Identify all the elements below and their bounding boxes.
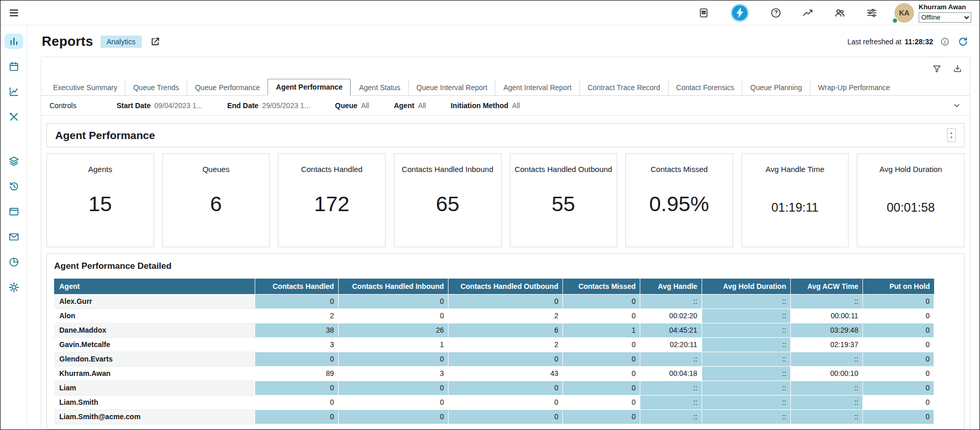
kpi-label: Queues: [163, 165, 270, 174]
metric-cell: 0: [449, 395, 563, 409]
agent-name-cell: Alon: [54, 308, 255, 323]
users-icon[interactable]: [834, 7, 846, 19]
tab-queue-planning[interactable]: Queue Planning: [742, 80, 809, 95]
metric-cell: 0: [562, 381, 640, 395]
metric-cell: 00:00:10: [790, 366, 862, 381]
sidebar-item-realtime-metrics[interactable]: [5, 84, 23, 99]
table-row: Alex.Gurr0000::::::0: [54, 294, 934, 308]
metric-cell: 89: [255, 366, 338, 381]
metric-cell: 0: [255, 352, 338, 366]
column-header[interactable]: Contacts Missed: [562, 279, 640, 294]
column-header[interactable]: Avg Hold Duration: [702, 279, 790, 294]
column-header[interactable]: Contacts Handled: [255, 279, 338, 294]
metric-cell: ::: [640, 381, 702, 395]
tab-agent-interval-report[interactable]: Agent Interval Report: [495, 80, 579, 95]
kpi-value: 172: [278, 192, 385, 216]
metric-cell: 0: [255, 409, 338, 424]
sidebar-item-pie-chart[interactable]: [5, 254, 23, 270]
kpi-value: 65: [394, 192, 501, 216]
external-link-icon[interactable]: [149, 36, 161, 48]
page-title: Reports: [42, 33, 93, 49]
sidebar-item-calendar[interactable]: [5, 59, 23, 74]
metric-cell: ::: [702, 409, 790, 424]
metric-cell: 0: [862, 308, 934, 323]
column-header[interactable]: Contacts Handled Inbound: [338, 279, 448, 294]
metric-cell: ::: [702, 308, 790, 323]
filter-start-date[interactable]: Start Date 09/04/2023 1...: [117, 101, 203, 110]
agent-status-select[interactable]: Offline: [919, 12, 971, 23]
tab-executive-summary[interactable]: Executive Summary: [45, 80, 125, 95]
filter-label: Agent: [394, 101, 414, 110]
tab-agent-performance[interactable]: Agent Performance: [268, 79, 351, 96]
table-row: Gavin.Metcalfe312002:20:11::02:19:370: [54, 337, 934, 352]
metric-cell: 00:04:18: [640, 366, 702, 381]
sidebar-item-history[interactable]: [5, 179, 23, 194]
kpi-card-contacts-handled: Contacts Handled 172: [278, 153, 386, 247]
agent-name-cell: Alex.Gurr: [54, 294, 255, 308]
metric-cell: 0: [562, 308, 640, 323]
metric-cell: 0: [862, 381, 934, 395]
metric-cell: ::: [790, 352, 862, 366]
help-icon[interactable]: [770, 7, 782, 19]
tab-queue-performance[interactable]: Queue Performance: [187, 80, 268, 95]
agent-name-cell: Liam: [54, 381, 255, 395]
metric-cell: 0: [255, 381, 338, 395]
dialpad-icon[interactable]: [697, 7, 710, 19]
filter-queue[interactable]: Queue All: [335, 101, 369, 110]
metric-cell: 0: [862, 323, 934, 337]
metric-cell: 26: [338, 323, 448, 337]
settings-sliders-icon[interactable]: [866, 7, 878, 19]
filter-icon[interactable]: [932, 63, 942, 74]
tab-agent-status[interactable]: Agent Status: [351, 80, 408, 95]
tab-queue-trends[interactable]: Queue Trends: [125, 80, 187, 95]
filter-value: 29/05/2023 1...: [262, 101, 310, 110]
hamburger-menu-icon[interactable]: [8, 7, 20, 19]
sidebar-item-crossed-tools[interactable]: [5, 109, 23, 125]
sidebar-item-settings[interactable]: [5, 280, 23, 295]
kpi-card-contacts-missed: Contacts Missed 0.95%: [625, 153, 733, 247]
column-header[interactable]: Agent: [54, 279, 255, 294]
column-header[interactable]: Avg ACW Time: [790, 279, 862, 294]
column-header[interactable]: Contacts Handled Outbound: [449, 279, 563, 294]
filter-agent[interactable]: Agent All: [394, 101, 426, 110]
section-title: Agent Performance: [55, 129, 155, 142]
user-block: KA Khurram Awan Offline: [894, 3, 971, 23]
tab-wrap-up-performance[interactable]: Wrap-Up Performance: [810, 80, 898, 95]
kpi-value: 6: [163, 192, 270, 216]
metric-cell: 03:29:48: [790, 323, 862, 337]
tab-queue-interval-report[interactable]: Queue Interval Report: [408, 80, 495, 95]
metric-cell: 0: [449, 409, 563, 424]
metric-cell: 3: [255, 337, 338, 352]
refresh-icon[interactable]: [957, 36, 969, 48]
avatar[interactable]: KA: [894, 3, 914, 23]
presence-dot-icon: [892, 18, 898, 24]
sidebar-item-layers[interactable]: [5, 153, 23, 169]
chevron-down-icon[interactable]: [952, 101, 961, 110]
sidebar-item-mail[interactable]: [5, 229, 23, 245]
metric-cell: 0: [562, 337, 640, 352]
metric-cell: 0: [449, 381, 563, 395]
filter-initiation-method[interactable]: Initiation Method All: [451, 101, 520, 110]
download-icon[interactable]: [952, 63, 962, 74]
filter-end-date[interactable]: End Date 29/05/2023 1...: [227, 101, 310, 110]
kpi-value: 01:19:11: [742, 200, 849, 215]
stepper-control[interactable]: ▲▼: [947, 128, 956, 142]
column-header[interactable]: Avg Handle: [640, 279, 702, 294]
kpi-label: Contacts Missed: [626, 165, 733, 174]
table-row: Glendon.Evarts0000::::::0: [54, 352, 934, 366]
ccp-launch-icon[interactable]: [729, 3, 750, 23]
column-header[interactable]: Put on Hold: [862, 279, 934, 294]
metric-cell: 0: [255, 294, 338, 308]
detail-table-body: Alex.Gurr0000::::::0Alon202000:02:20::00…: [54, 294, 934, 424]
kpi-label: Avg Handle Time: [742, 165, 849, 174]
kpi-card-avg-hold-duration: Avg Hold Duration 00:01:58: [857, 153, 965, 247]
sidebar-item-window[interactable]: [5, 204, 23, 219]
tab-contact-forensics[interactable]: Contact Forensics: [668, 80, 742, 95]
tab-contract-trace-record[interactable]: Contract Trace Record: [579, 80, 668, 95]
sidebar-item-dashboards[interactable]: [5, 33, 23, 49]
metrics-icon[interactable]: [802, 7, 814, 19]
metric-cell: ::: [702, 323, 790, 337]
kpi-card-contacts-handled-outbound: Contacts Handled Outbound 55: [510, 153, 618, 247]
info-icon[interactable]: [939, 36, 951, 48]
metric-cell: 0: [338, 381, 448, 395]
